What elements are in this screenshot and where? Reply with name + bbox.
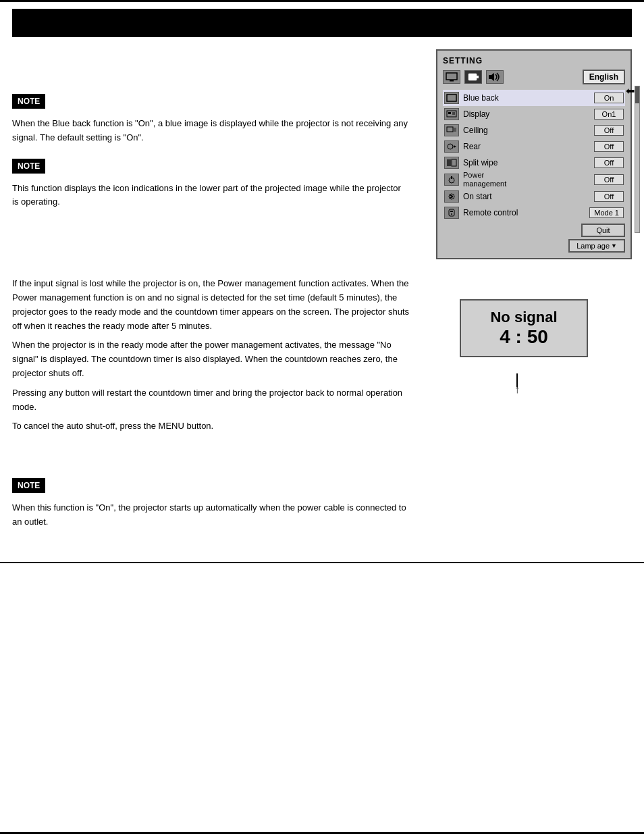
menu-row-remote[interactable]: Remote control Mode 1 bbox=[443, 205, 625, 221]
text-para6: Pressing any button will restart the cou… bbox=[12, 386, 409, 415]
power-label: Powermanagement bbox=[460, 171, 562, 188]
text-para2: This function displays the icon indicati… bbox=[12, 182, 409, 210]
svg-rect-0 bbox=[446, 73, 457, 80]
quit-button[interactable]: Quit bbox=[581, 224, 625, 237]
up-arrow-container: ↑ bbox=[514, 373, 520, 395]
panel-buttons: Quit Lamp age ▼ bbox=[443, 224, 625, 253]
right-arrow-indicator: ⬅ bbox=[626, 86, 635, 97]
menu-row-rear[interactable]: Rear Off bbox=[443, 138, 625, 155]
setting-panel: SETTING bbox=[436, 49, 632, 259]
svg-rect-14 bbox=[447, 159, 451, 166]
svg-rect-21 bbox=[449, 209, 454, 216]
svg-marker-4 bbox=[489, 73, 494, 81]
rear-label: Rear bbox=[460, 138, 562, 155]
up-arrow-head: ↑ bbox=[514, 384, 520, 395]
menu-row-ceiling[interactable]: Ceiling Off bbox=[443, 122, 625, 138]
text-para5: When the projector is in the ready mode … bbox=[12, 338, 409, 380]
input-icon[interactable] bbox=[464, 70, 482, 84]
remote-label: Remote control bbox=[460, 205, 562, 221]
svg-rect-22 bbox=[450, 211, 453, 212]
svg-marker-13 bbox=[454, 145, 456, 148]
svg-rect-15 bbox=[452, 159, 456, 166]
onstart-icon bbox=[444, 190, 459, 203]
svg-rect-7 bbox=[448, 112, 451, 114]
bottom-rule bbox=[0, 562, 644, 563]
power-value[interactable]: Off bbox=[594, 174, 624, 185]
rear-value[interactable]: Off bbox=[594, 141, 624, 152]
text-para1: When the Blue back function is "On", a b… bbox=[12, 117, 409, 145]
splitwipe-icon bbox=[444, 157, 459, 169]
ceiling-icon bbox=[444, 124, 459, 136]
scrollbar-thumb[interactable] bbox=[635, 86, 639, 103]
rear-icon bbox=[444, 140, 459, 153]
screen-icon[interactable] bbox=[443, 70, 460, 84]
svg-rect-5 bbox=[447, 95, 456, 101]
svg-rect-10 bbox=[447, 127, 453, 132]
splitwipe-label: Split wipe bbox=[460, 155, 562, 171]
svg-rect-1 bbox=[450, 80, 454, 82]
menu-row-display[interactable]: Display On1 bbox=[443, 106, 625, 122]
display-value[interactable]: On1 bbox=[594, 109, 624, 120]
blueback-label: Blue back bbox=[460, 90, 562, 106]
setting-top-row: English bbox=[443, 70, 625, 84]
header-bar bbox=[12, 9, 632, 37]
no-signal-text: No signal bbox=[472, 309, 576, 326]
svg-point-12 bbox=[448, 144, 453, 149]
left-column: NOTE When the Blue back function is "On"… bbox=[12, 49, 423, 535]
lamp-dropdown-icon: ▼ bbox=[611, 242, 617, 249]
onstart-value[interactable]: Off bbox=[594, 191, 624, 202]
menu-row-power[interactable]: Powermanagement Off bbox=[443, 171, 625, 188]
power-icon bbox=[444, 174, 459, 186]
splitwipe-value[interactable]: Off bbox=[594, 157, 624, 168]
menu-row-blueback[interactable]: Blue back On bbox=[443, 90, 625, 106]
language-button[interactable]: English bbox=[583, 70, 625, 84]
text-para3: When this function is "On", the projecto… bbox=[12, 501, 409, 529]
volume-icon[interactable] bbox=[486, 70, 504, 84]
menu-table: Blue back On bbox=[443, 90, 625, 221]
menu-row-onstart[interactable]: On start Off bbox=[443, 188, 625, 205]
right-column: SETTING bbox=[423, 49, 632, 535]
svg-line-20 bbox=[450, 197, 453, 198]
note-label-1: NOTE bbox=[12, 94, 45, 109]
svg-point-23 bbox=[451, 213, 452, 215]
onstart-label: On start bbox=[460, 188, 562, 205]
lamp-button[interactable]: Lamp age ▼ bbox=[568, 239, 625, 253]
ceiling-label: Ceiling bbox=[460, 122, 562, 138]
display-label: Display bbox=[460, 106, 562, 122]
no-signal-time: 4 : 50 bbox=[472, 326, 576, 348]
svg-rect-2 bbox=[468, 74, 477, 80]
display-icon bbox=[444, 108, 459, 120]
svg-point-18 bbox=[449, 194, 454, 199]
ceiling-value[interactable]: Off bbox=[594, 125, 624, 136]
remote-value[interactable]: Mode 1 bbox=[589, 207, 624, 218]
no-signal-box: No signal 4 : 50 bbox=[460, 299, 588, 357]
text-para7: To cancel the auto shut-off, press the M… bbox=[12, 419, 409, 434]
text-para4: If the input signal is lost while the pr… bbox=[12, 277, 409, 333]
blueback-icon bbox=[444, 92, 459, 104]
setting-panel-title: SETTING bbox=[443, 56, 625, 66]
note-label-3: NOTE bbox=[12, 478, 45, 493]
svg-rect-3 bbox=[477, 76, 479, 78]
menu-row-splitwipe[interactable]: Split wipe Off bbox=[443, 155, 625, 171]
scrollbar-track[interactable] bbox=[635, 86, 640, 233]
note-label-2: NOTE bbox=[12, 159, 45, 174]
blueback-value[interactable]: On bbox=[594, 93, 624, 103]
svg-marker-11 bbox=[454, 128, 456, 132]
remote-icon bbox=[444, 207, 459, 219]
